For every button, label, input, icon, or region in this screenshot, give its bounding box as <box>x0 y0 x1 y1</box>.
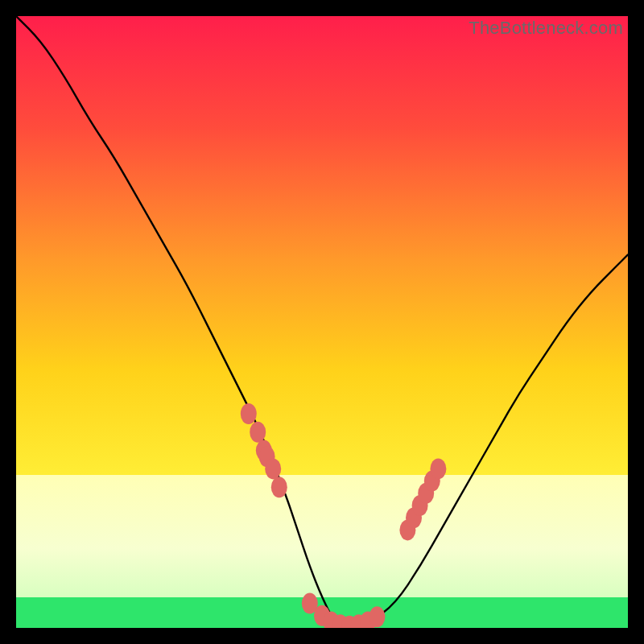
data-marker <box>241 403 257 424</box>
data-marker <box>250 422 266 443</box>
pale-yellow-band <box>16 475 628 597</box>
data-marker <box>430 458 446 479</box>
data-marker <box>271 477 287 497</box>
data-marker <box>369 606 385 627</box>
chart-frame: TheBottleneck.com <box>16 16 628 628</box>
chart-svg <box>16 16 628 628</box>
data-marker <box>265 458 281 479</box>
watermark-text: TheBottleneck.com <box>469 18 623 39</box>
